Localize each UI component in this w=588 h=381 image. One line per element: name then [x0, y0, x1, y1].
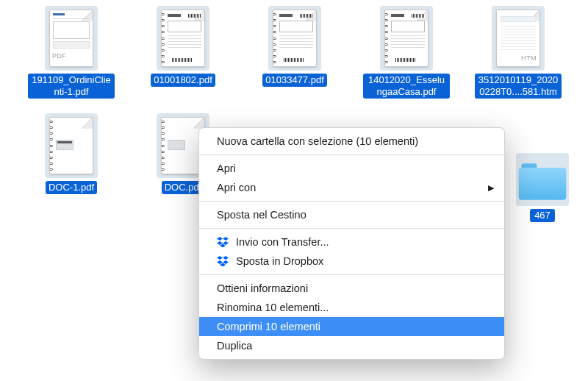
menu-item-label: Invio con Transfer...: [236, 235, 329, 249]
menu-item-label: Sposta nel Cestino: [217, 207, 306, 222]
menu-trash[interactable]: Sposta nel Cestino: [199, 205, 504, 224]
pdf-page-icon: [161, 10, 205, 67]
pdf-page-icon: [273, 10, 317, 67]
dropbox-icon: [217, 236, 229, 248]
pdf-badge: PDF: [52, 52, 67, 60]
menu-item-label: Nuova cartella con selezione (10 element…: [217, 134, 418, 149]
folder-thumbnail: [516, 153, 569, 206]
file-thumbnail: [380, 6, 433, 71]
context-menu: Nuova cartella con selezione (10 element…: [198, 127, 505, 360]
menu-transfer[interactable]: Invio con Transfer...: [199, 232, 504, 252]
menu-open-with[interactable]: Apri con ▶: [199, 178, 504, 197]
dropbox-icon: [217, 255, 229, 267]
pdf-page-icon: PDF: [49, 10, 93, 67]
file-label: 01001802.pdf: [151, 74, 215, 87]
menu-rename[interactable]: Rinomina 10 elementi...: [199, 298, 504, 317]
file-item[interactable]: HTM 3512010119_20200228T0....581.htm: [475, 6, 562, 99]
file-item[interactable]: 01033477.pdf: [251, 6, 338, 99]
menu-new-folder[interactable]: Nuova cartella con selezione (10 element…: [199, 132, 504, 151]
htm-badge: HTM: [521, 54, 537, 62]
pdf-page-icon: [49, 117, 93, 174]
menu-separator: [199, 274, 504, 275]
submenu-arrow-icon: ▶: [488, 180, 494, 195]
menu-separator: [199, 228, 504, 229]
file-label: 467: [530, 209, 555, 222]
file-item[interactable]: 467: [506, 153, 579, 222]
pdf-page-icon: [384, 10, 429, 67]
menu-item-label: Apri: [217, 161, 236, 176]
file-thumbnail: [157, 6, 209, 71]
file-item[interactable]: DOC-1.pdf: [28, 113, 115, 194]
file-label: 191109_OrdiniClienti-1.pdf: [28, 74, 115, 99]
file-thumbnail: [45, 113, 98, 178]
menu-item-label: Sposta in Dropbox: [236, 254, 323, 268]
file-item[interactable]: PDF 191109_OrdiniClienti-1.pdf: [28, 6, 115, 99]
menu-separator: [199, 201, 504, 202]
menu-item-label: Apri con: [217, 180, 256, 195]
menu-open[interactable]: Apri: [199, 159, 504, 178]
file-item[interactable]: 14012020_EsselungaaCasa.pdf: [363, 6, 450, 99]
file-thumbnail: HTM: [492, 6, 545, 71]
file-label: 14012020_EsselungaaCasa.pdf: [363, 74, 450, 99]
folder-icon: [519, 163, 567, 199]
menu-item-label: Ottieni informazioni: [217, 281, 308, 296]
menu-item-label: Rinomina 10 elementi...: [217, 300, 329, 315]
file-thumbnail: PDF: [45, 6, 98, 71]
file-thumbnail: [268, 6, 321, 71]
menu-separator: [199, 154, 504, 155]
file-label: DOC-1.pdf: [46, 181, 97, 194]
file-label: 01033477.pdf: [262, 74, 327, 87]
htm-page-icon: HTM: [496, 10, 540, 67]
menu-duplicate[interactable]: Duplica: [199, 336, 504, 355]
menu-info[interactable]: Ottieni informazioni: [199, 279, 504, 298]
finder-desktop: PDF 191109_OrdiniClienti-1.pdf 01001802.…: [0, 0, 588, 381]
menu-item-label: Comprimi 10 elementi: [217, 319, 320, 334]
menu-item-label: Duplica: [217, 338, 252, 353]
menu-compress[interactable]: Comprimi 10 elementi: [199, 317, 504, 336]
menu-dropbox[interactable]: Sposta in Dropbox: [199, 252, 504, 271]
file-item[interactable]: 01001802.pdf: [140, 6, 226, 99]
file-label: 3512010119_20200228T0....581.htm: [475, 74, 562, 99]
